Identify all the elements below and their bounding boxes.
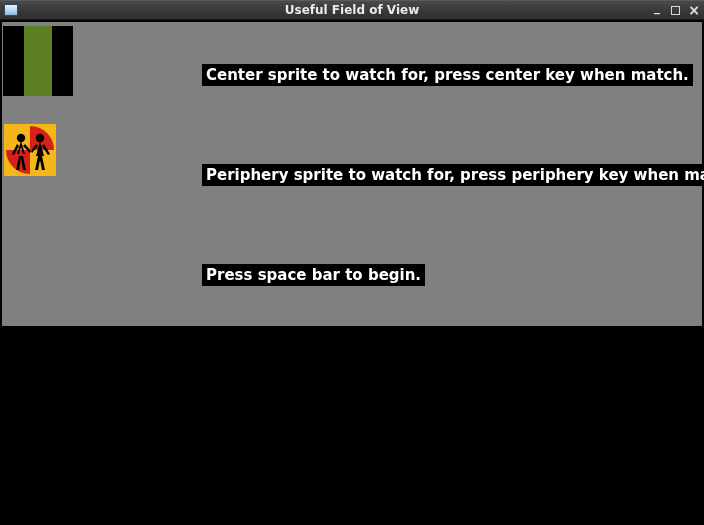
window-controls <box>651 1 700 19</box>
svg-point-1 <box>17 134 25 142</box>
svg-point-2 <box>36 134 44 142</box>
center-sprite <box>3 26 73 96</box>
children-crossing-icon <box>4 124 56 176</box>
center-instruction-text: Center sprite to watch for, press center… <box>202 64 693 86</box>
lower-black-area <box>0 326 704 525</box>
app-icon <box>4 4 18 16</box>
begin-instruction-text: Press space bar to begin. <box>202 264 425 286</box>
maximize-button[interactable] <box>671 6 680 15</box>
minimize-button[interactable] <box>651 4 663 16</box>
green-bar-icon <box>24 26 52 96</box>
periphery-instruction-text: Periphery sprite to watch for, press per… <box>202 164 704 186</box>
periphery-sprite <box>4 124 56 176</box>
app-window: Useful Field of View Center sprite to wa… <box>0 0 704 525</box>
titlebar[interactable]: Useful Field of View <box>0 0 704 20</box>
close-button[interactable] <box>688 4 700 16</box>
instruction-panel: Center sprite to watch for, press center… <box>2 22 702 326</box>
window-title: Useful Field of View <box>0 3 704 17</box>
